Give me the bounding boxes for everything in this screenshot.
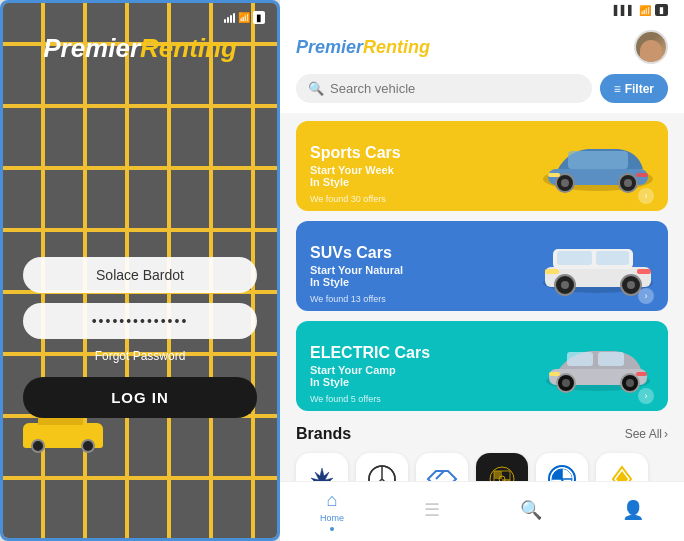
porsche-logo-wrap (476, 453, 528, 481)
renault-logo-wrap (596, 453, 648, 481)
sports-card-arrow: › (638, 188, 654, 204)
login-form: Forgot Password LOG IN (23, 257, 257, 418)
brand-mercedes[interactable]: Mercedes +32 (356, 453, 408, 481)
svg-rect-37 (494, 471, 502, 479)
svg-point-25 (562, 379, 570, 387)
svg-rect-12 (557, 251, 592, 265)
car-body (23, 423, 103, 448)
maserati-logo-icon (307, 464, 337, 481)
user-avatar[interactable] (634, 30, 668, 64)
svg-rect-19 (637, 269, 651, 274)
battery-icon: ▮ (253, 11, 265, 24)
signal-bar-2 (227, 17, 229, 23)
app-logo-renting: Renting (363, 37, 430, 57)
electric-cars-card[interactable]: ELECTRIC Cars Start Your CampIn Style (296, 321, 668, 411)
app-wifi-icon: 📶 (639, 5, 651, 16)
svg-rect-18 (545, 269, 559, 274)
see-all-label: See All (625, 427, 662, 441)
maserati-logo-wrap (296, 453, 348, 481)
sports-cars-card[interactable]: Sports Cars Start Your WeekIn Style (296, 121, 668, 211)
home-label: Home (320, 513, 344, 523)
brand-maserati[interactable]: Maserati +5 (296, 453, 348, 481)
app-logo: PremierRenting (296, 37, 430, 58)
brands-header: Brands See All › (296, 425, 668, 443)
search-nav-icon: 🔍 (520, 499, 542, 521)
svg-rect-28 (549, 372, 560, 376)
nav-profile[interactable]: 👤 (622, 499, 644, 523)
svg-point-17 (627, 281, 635, 289)
login-button[interactable]: LOG IN (23, 377, 257, 418)
suvs-card-arrow: › (638, 288, 654, 304)
brand-togg[interactable]: TOGG +8 (416, 453, 468, 481)
brands-list: Maserati +5 (296, 453, 668, 481)
search-input[interactable] (330, 81, 580, 96)
brand-bmw[interactable]: BMW +12 (536, 453, 588, 481)
electric-card-text: ELECTRIC Cars Start Your CampIn Style (296, 334, 538, 398)
forgot-password-link[interactable]: Forgot Password (23, 349, 257, 363)
brands-title: Brands (296, 425, 351, 443)
app-content: Sports Cars Start Your WeekIn Style (280, 113, 684, 481)
porsche-logo-icon (488, 465, 516, 481)
logo-renting: Renting (140, 33, 237, 63)
brands-section: Brands See All › Maserati (296, 421, 668, 481)
logo-premier: Premier (43, 33, 140, 63)
app-status-bar: ▌▌▌ 📶 ▮ (280, 0, 684, 16)
togg-logo-wrap (416, 453, 468, 481)
nav-grid[interactable]: ☰ (424, 499, 440, 523)
filter-button[interactable]: ≡ Filter (600, 74, 668, 103)
search-icon: 🔍 (308, 81, 324, 96)
app-battery-icon: ▮ (655, 4, 668, 16)
svg-rect-23 (598, 352, 624, 366)
svg-rect-13 (596, 251, 629, 265)
home-active-dot (330, 527, 334, 531)
car-wheel-left (31, 439, 45, 453)
search-bar: 🔍 ≡ Filter (280, 74, 684, 113)
app-signal-icon: ▌▌▌ (614, 5, 635, 16)
see-all-link[interactable]: See All › (625, 427, 668, 441)
sports-card-subtitle: Start Your WeekIn Style (310, 164, 524, 188)
brand-porsche[interactable]: Porsche +8 (476, 453, 528, 481)
suvs-card-subtitle: Start Your NaturalIn Style (310, 264, 524, 288)
suvs-cars-card[interactable]: SUVs Cars Start Your NaturalIn Style (296, 221, 668, 311)
electric-card-arrow: › (638, 388, 654, 404)
nav-home[interactable]: ⌂ Home (320, 490, 344, 531)
mercedes-logo-wrap (356, 453, 408, 481)
username-input[interactable] (23, 257, 257, 293)
see-all-chevron: › (664, 427, 668, 441)
renault-logo-icon (611, 465, 633, 481)
bottom-nav: ⌂ Home ☰ 🔍 👤 (280, 481, 684, 541)
svg-rect-22 (567, 352, 593, 366)
sports-card-text: Sports Cars Start Your WeekIn Style (296, 134, 538, 198)
signal-bar-1 (224, 19, 226, 23)
nav-search[interactable]: 🔍 (520, 499, 542, 523)
left-logo: PremierRenting (3, 33, 277, 64)
profile-icon: 👤 (622, 499, 644, 521)
svg-rect-2 (568, 151, 628, 169)
app-screen: ▌▌▌ 📶 ▮ PremierRenting 🔍 ≡ Filter (280, 0, 684, 541)
bmw-logo-wrap (536, 453, 588, 481)
suvs-card-text: SUVs Cars Start Your NaturalIn Style (296, 234, 538, 298)
grid-icon: ☰ (424, 499, 440, 521)
svg-point-4 (561, 179, 569, 187)
suvs-card-title: SUVs Cars (310, 244, 524, 262)
togg-logo-icon (426, 469, 458, 481)
wifi-icon: 📶 (238, 12, 250, 23)
signal-bar-4 (233, 13, 235, 23)
sports-card-title: Sports Cars (310, 144, 524, 162)
electric-card-subtitle: Start Your CampIn Style (310, 364, 524, 388)
bmw-logo-icon (547, 464, 577, 481)
svg-rect-7 (548, 173, 560, 177)
home-icon: ⌂ (327, 490, 338, 511)
signal-bars (224, 13, 235, 23)
filter-label: Filter (625, 82, 654, 96)
signal-bar-3 (230, 15, 232, 23)
search-input-wrap: 🔍 (296, 74, 592, 103)
status-bar: 📶 ▮ (224, 11, 265, 24)
svg-rect-8 (636, 173, 648, 177)
mercedes-logo-icon (366, 463, 398, 481)
app-logo-premier: Premier (296, 37, 363, 57)
brand-renault[interactable]: Renault +8 (596, 453, 648, 481)
car-wheel-right (81, 439, 95, 453)
password-input[interactable] (23, 303, 257, 339)
filter-icon: ≡ (614, 82, 621, 96)
